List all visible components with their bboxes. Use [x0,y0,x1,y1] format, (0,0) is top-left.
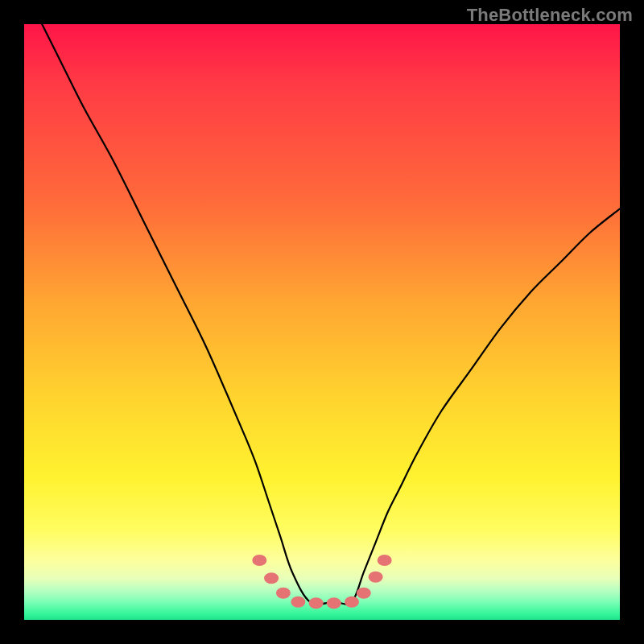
bottleneck-curve-path [42,24,620,605]
trough-marker [291,597,305,608]
chart-frame: TheBottleneck.com [0,0,644,644]
bottleneck-curve-svg [24,24,620,620]
trough-marker [357,588,371,599]
trough-marker [345,597,359,608]
watermark-text: TheBottleneck.com [467,5,633,26]
trough-marker-group [252,555,391,609]
trough-marker [264,572,279,584]
trough-marker [276,588,291,599]
trough-marker [369,572,383,583]
trough-marker [327,597,341,609]
trough-marker [378,555,392,566]
trough-marker [309,597,324,609]
trough-marker [252,555,266,566]
